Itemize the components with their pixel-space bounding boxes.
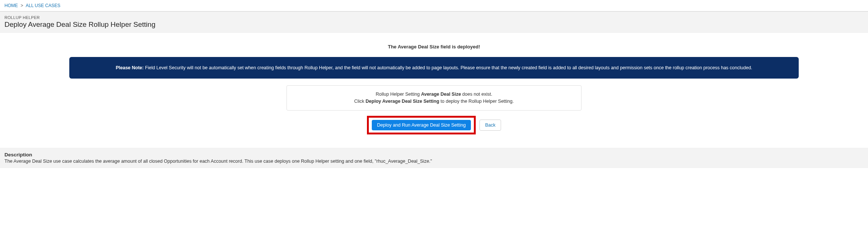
back-button[interactable]: Back bbox=[479, 120, 501, 131]
page-title: Deploy Average Deal Size Rollup Helper S… bbox=[4, 20, 864, 29]
note-box: Please Note: Field Level Security will n… bbox=[69, 57, 798, 79]
status-line-1: Rollup Helper Setting Average Deal Size … bbox=[294, 91, 574, 98]
breadcrumb: HOME > ALL USE CASES bbox=[0, 0, 868, 11]
breadcrumb-home-link[interactable]: HOME bbox=[4, 3, 18, 8]
description-section: Description The Average Deal Size use ca… bbox=[0, 148, 868, 168]
breadcrumb-all-use-cases-link[interactable]: ALL USE CASES bbox=[26, 3, 60, 8]
status-line-1-post: does not exist. bbox=[461, 92, 492, 97]
status-line-2-bold: Deploy Average Deal Size Setting bbox=[365, 99, 439, 104]
page-header: ROLLUP HELPER Deploy Average Deal Size R… bbox=[0, 11, 868, 33]
breadcrumb-separator: > bbox=[20, 3, 23, 8]
deploy-run-button[interactable]: Deploy and Run Average Deal Size Setting bbox=[372, 120, 471, 130]
status-message-box: Rollup Helper Setting Average Deal Size … bbox=[286, 85, 582, 111]
note-body: Field Level Security will not be automat… bbox=[144, 65, 753, 70]
highlight-frame: Deploy and Run Average Deal Size Setting bbox=[367, 116, 476, 134]
note-prefix: Please Note: bbox=[116, 65, 144, 70]
main-content: The Average Deal Size field is deployed!… bbox=[0, 33, 868, 142]
deployed-message: The Average Deal Size field is deployed! bbox=[0, 44, 868, 50]
status-line-2-post: to deploy the Rollup Helper Setting. bbox=[439, 99, 514, 104]
app-label: ROLLUP HELPER bbox=[4, 15, 864, 20]
status-line-1-pre: Rollup Helper Setting bbox=[376, 92, 421, 97]
description-title: Description bbox=[4, 152, 864, 158]
action-buttons: Deploy and Run Average Deal Size Setting… bbox=[367, 116, 501, 134]
status-line-2: Click Deploy Average Deal Size Setting t… bbox=[294, 98, 574, 105]
status-line-2-pre: Click bbox=[354, 99, 366, 104]
description-body: The Average Deal Size use case calculate… bbox=[4, 159, 864, 164]
status-line-1-bold: Average Deal Size bbox=[421, 92, 461, 97]
